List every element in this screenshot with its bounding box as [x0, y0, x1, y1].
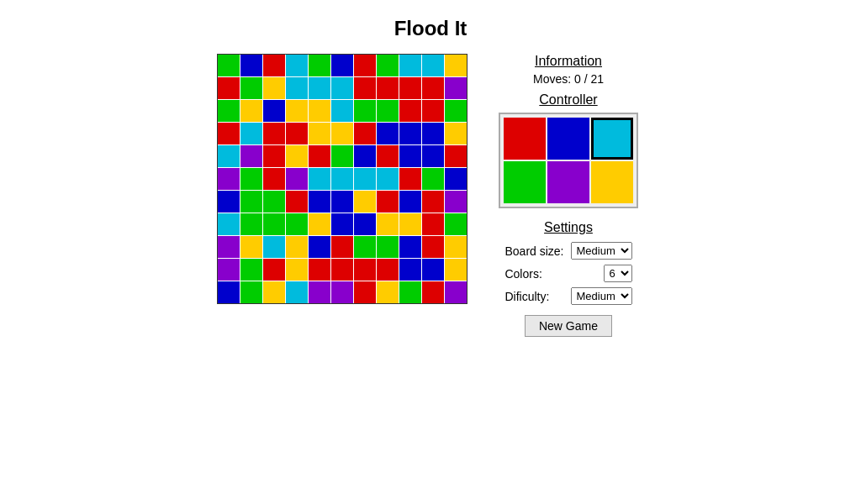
cell-2-4: [309, 100, 330, 122]
cell-1-7: [377, 77, 399, 99]
cell-3-1: [240, 123, 262, 144]
color-btn-blue[interactable]: [547, 118, 589, 160]
cell-3-5: [331, 123, 353, 144]
cell-6-1: [240, 191, 262, 213]
cell-8-8: [399, 236, 421, 258]
color-btn-purple[interactable]: [547, 161, 589, 203]
new-game-button[interactable]: New Game: [525, 315, 612, 337]
cell-7-1: [240, 213, 262, 235]
cell-4-10: [445, 145, 467, 167]
difficulty-select[interactable]: EasyMediumHard: [571, 287, 632, 305]
cell-8-2: [263, 236, 285, 258]
cell-10-7: [377, 281, 399, 303]
color-btn-red[interactable]: [504, 118, 546, 160]
cell-1-3: [286, 77, 308, 99]
cell-4-9: [422, 145, 444, 167]
cell-1-5: [331, 77, 353, 99]
cell-2-0: [218, 100, 240, 122]
cell-2-1: [240, 100, 262, 122]
color-btn-green[interactable]: [504, 161, 546, 203]
colors-select[interactable]: 4567: [604, 265, 632, 282]
cell-6-3: [286, 191, 308, 213]
cell-2-3: [286, 100, 308, 122]
color-btn-yellow[interactable]: [591, 161, 633, 203]
cell-1-2: [263, 77, 285, 99]
cell-6-2: [263, 191, 285, 213]
board-size-select[interactable]: SmallMediumLarge: [571, 242, 632, 260]
cell-4-8: [399, 145, 421, 167]
cell-8-10: [445, 236, 467, 258]
moves-display: Moves: 0 / 21: [533, 72, 604, 86]
cell-3-2: [263, 123, 285, 144]
color-grid: [499, 113, 638, 208]
cell-0-1: [240, 55, 262, 76]
cell-1-10: [445, 77, 467, 99]
board-size-label: Board size:: [504, 244, 563, 258]
cell-5-2: [263, 168, 285, 190]
cell-9-5: [331, 259, 353, 281]
cell-7-0: [218, 213, 240, 235]
colors-row: Colors: 4567: [504, 265, 631, 282]
cell-2-10: [445, 100, 467, 122]
cell-6-6: [354, 191, 376, 213]
cell-8-1: [240, 236, 262, 258]
cell-7-9: [422, 213, 444, 235]
cell-2-6: [354, 100, 376, 122]
cell-8-9: [422, 236, 444, 258]
cell-5-4: [309, 168, 330, 190]
cell-6-7: [377, 191, 399, 213]
cell-8-4: [309, 236, 330, 258]
colors-label: Colors:: [504, 267, 541, 281]
cell-4-5: [331, 145, 353, 167]
cell-5-7: [377, 168, 399, 190]
game-board: [217, 54, 467, 304]
cell-2-8: [399, 100, 421, 122]
cell-1-1: [240, 77, 262, 99]
cell-10-9: [422, 281, 444, 303]
cell-9-8: [399, 259, 421, 281]
cell-6-9: [422, 191, 444, 213]
cell-3-0: [218, 123, 240, 144]
cell-7-7: [377, 213, 399, 235]
settings-title: Settings: [504, 220, 631, 235]
info-section: Information Moves: 0 / 21: [533, 54, 604, 86]
cell-9-2: [263, 259, 285, 281]
cell-0-0: [218, 55, 240, 76]
controller-section: Controller: [499, 92, 638, 208]
cell-6-0: [218, 191, 240, 213]
cell-5-8: [399, 168, 421, 190]
cell-5-10: [445, 168, 467, 190]
cell-4-2: [263, 145, 285, 167]
controller-title: Controller: [499, 92, 638, 108]
cell-7-4: [309, 213, 330, 235]
cell-2-2: [263, 100, 285, 122]
cell-5-9: [422, 168, 444, 190]
cell-4-0: [218, 145, 240, 167]
cell-9-0: [218, 259, 240, 281]
settings-section: Settings Board size: SmallMediumLarge Co…: [504, 220, 631, 337]
cell-6-8: [399, 191, 421, 213]
cell-0-6: [354, 55, 376, 76]
cell-8-5: [331, 236, 353, 258]
cell-7-3: [286, 213, 308, 235]
cell-2-9: [422, 100, 444, 122]
cell-3-3: [286, 123, 308, 144]
cell-3-8: [399, 123, 421, 144]
cell-8-7: [377, 236, 399, 258]
cell-9-6: [354, 259, 376, 281]
cell-3-7: [377, 123, 399, 144]
cell-5-0: [218, 168, 240, 190]
right-panel: Information Moves: 0 / 21 Controller Set…: [493, 54, 644, 337]
cell-2-7: [377, 100, 399, 122]
cell-8-3: [286, 236, 308, 258]
cell-5-5: [331, 168, 353, 190]
cell-0-10: [445, 55, 467, 76]
cell-0-2: [263, 55, 285, 76]
color-btn-cyan[interactable]: [591, 118, 633, 160]
cell-10-4: [309, 281, 330, 303]
cell-1-9: [422, 77, 444, 99]
cell-4-3: [286, 145, 308, 167]
cell-3-9: [422, 123, 444, 144]
cell-9-4: [309, 259, 330, 281]
cell-1-4: [309, 77, 330, 99]
